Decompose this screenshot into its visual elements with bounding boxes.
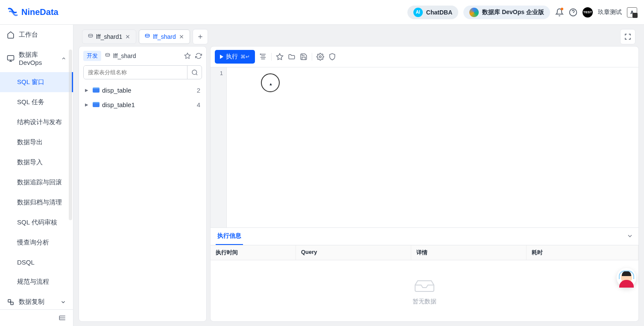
headset-icon [619, 271, 634, 279]
chatdba-icon: AI [413, 8, 423, 17]
sidebar-item-data-track[interactable]: 数据追踪与回滚 [0, 172, 73, 192]
sidebar-group-devops[interactable]: 数据库 DevOps [0, 45, 73, 72]
svg-point-6 [105, 53, 109, 55]
sidebar-data-import-label: 数据导入 [17, 158, 43, 166]
sidebar-item-standards[interactable]: 规范与流程 [0, 272, 73, 292]
chevron-up-icon [61, 55, 66, 61]
add-tab-button[interactable] [193, 29, 208, 44]
help-icon[interactable] [569, 8, 577, 17]
col-detail: 详情 [411, 245, 527, 260]
sidebar-item-data-export[interactable]: 数据导出 [0, 132, 73, 152]
database-icon [105, 53, 111, 59]
sidebar-item-workbench[interactable]: 工作台 [0, 25, 73, 45]
user-name-label[interactable]: 玖章测试 [598, 9, 622, 16]
svg-rect-1 [8, 55, 14, 60]
sidebar-workbench-label: 工作台 [19, 31, 38, 39]
chatdba-button[interactable]: AI ChatDBA [407, 6, 458, 19]
database-name-label: lff_shard [113, 52, 136, 59]
fullscreen-button[interactable] [620, 29, 635, 44]
search-button[interactable] [187, 66, 202, 79]
brand-logo[interactable]: NineData [7, 7, 59, 18]
line-number: 1 [214, 70, 223, 76]
sidebar-item-dsql[interactable]: DSQL [0, 253, 73, 272]
sidebar-item-sql-task[interactable]: SQL 任务 [0, 92, 73, 112]
execute-label: 执行 [226, 53, 238, 61]
favorite-icon[interactable] [276, 53, 284, 61]
result-collapse-button[interactable] [626, 233, 633, 241]
collapse-sidebar-icon [59, 314, 66, 322]
sidebar: 工作台 数据库 DevOps SQL 窗口 SQL 任务 结构设计与发布 数据导… [0, 25, 73, 326]
table-row[interactable]: ▸ disp_table 2 [83, 84, 202, 96]
separator [312, 53, 312, 61]
environment-badge: 开发 [83, 51, 101, 61]
execute-button[interactable]: 执行 ⌘↵ [215, 50, 255, 64]
empty-state: 暂无数据 [211, 260, 638, 321]
sidebar-item-data-import[interactable]: 数据导入 [0, 152, 73, 172]
sidebar-item-data-archive[interactable]: 数据归档与清理 [0, 192, 73, 212]
editor-toolbar: 执行 ⌘↵ [211, 47, 638, 67]
sidebar-standards-label: 规范与流程 [17, 278, 49, 286]
star-icon[interactable] [184, 52, 191, 59]
table-name-label: disp_table1 [102, 101, 135, 108]
cursor-indicator: ▴ [261, 73, 280, 92]
search-input[interactable] [84, 66, 187, 79]
schema-tree-panel: 开发 lff_shard [79, 46, 207, 322]
scrollbar[interactable] [69, 49, 72, 220]
chevron-down-icon [626, 233, 633, 239]
current-database[interactable]: lff_shard [105, 52, 136, 59]
sidebar-item-code-review[interactable]: SQL 代码审核 [0, 212, 73, 233]
header-actions: AI ChatDBA 数据库 DevOps 企业版 TEST 玖章测试 A [407, 6, 637, 19]
table-row[interactable]: ▸ disp_table1 4 [83, 98, 202, 111]
refresh-icon[interactable] [195, 52, 202, 59]
sidebar-group-data-copy[interactable]: 数据复制 [0, 292, 73, 309]
svg-rect-2 [8, 300, 11, 302]
code-editor[interactable]: 1 ▴ [211, 67, 638, 227]
tab-label: lff_shard [153, 33, 176, 40]
tab-lff-shard1[interactable]: lff_shard1 [82, 29, 136, 44]
code-textarea[interactable]: ▴ [227, 67, 638, 227]
sidebar-schema-design-label: 结构设计与发布 [17, 118, 62, 126]
sidebar-item-schema-design[interactable]: 结构设计与发布 [0, 112, 73, 132]
result-panel: 执行信息 执行时间 Query 详情 耗时 [211, 227, 638, 321]
svg-point-5 [146, 34, 149, 36]
close-icon[interactable] [179, 34, 184, 40]
sidebar-devops-label: 数据库 DevOps [19, 51, 57, 66]
notifications-icon[interactable] [555, 8, 564, 17]
sidebar-slow-query-label: 慢查询分析 [17, 239, 49, 247]
settings-icon[interactable] [316, 53, 324, 61]
col-exec-time: 执行时间 [211, 245, 296, 260]
database-icon [144, 34, 150, 40]
monitor-icon [7, 55, 15, 62]
save-icon[interactable] [300, 53, 307, 61]
svg-rect-3 [11, 302, 13, 305]
language-switch-icon[interactable]: A [627, 7, 637, 17]
tab-label: lff_shard1 [96, 33, 122, 40]
sidebar-item-sql-window[interactable]: SQL 窗口 [0, 72, 73, 92]
caret-right-icon: ▸ [85, 101, 90, 108]
sidebar-sql-task-label: SQL 任务 [17, 98, 44, 106]
sql-editor-panel: ‹ 执行 ⌘↵ [210, 46, 639, 322]
empty-text: 暂无数据 [413, 298, 436, 306]
devops-edition-button[interactable]: 数据库 DevOps 企业版 [463, 6, 550, 19]
tree-header: 开发 lff_shard [83, 51, 202, 61]
sidebar-collapse-button[interactable] [0, 309, 73, 326]
fullscreen-icon [624, 33, 631, 40]
col-cost: 耗时 [527, 245, 638, 260]
home-icon [7, 31, 15, 39]
tab-lff-shard[interactable]: lff_shard [139, 29, 190, 44]
ninedata-logo-icon [7, 7, 18, 18]
sidebar-item-slow-query[interactable]: 慢查询分析 [0, 233, 73, 253]
execute-shortcut: ⌘↵ [240, 54, 250, 60]
close-icon[interactable] [125, 34, 131, 40]
tab-bar: lff_shard1 lff_shard [79, 29, 639, 44]
support-float-button[interactable] [617, 268, 636, 288]
sidebar-dsql-label: DSQL [17, 259, 35, 266]
format-icon[interactable] [259, 53, 267, 61]
shield-icon[interactable] [328, 53, 336, 61]
sidebar-sql-window-label: SQL 窗口 [17, 78, 44, 86]
table-icon [93, 102, 100, 107]
result-tab-execution-info[interactable]: 执行信息 [216, 228, 243, 245]
user-avatar[interactable]: TEST [583, 7, 593, 17]
devops-edition-label: 数据库 DevOps 企业版 [482, 9, 544, 16]
folder-icon[interactable] [288, 53, 296, 61]
